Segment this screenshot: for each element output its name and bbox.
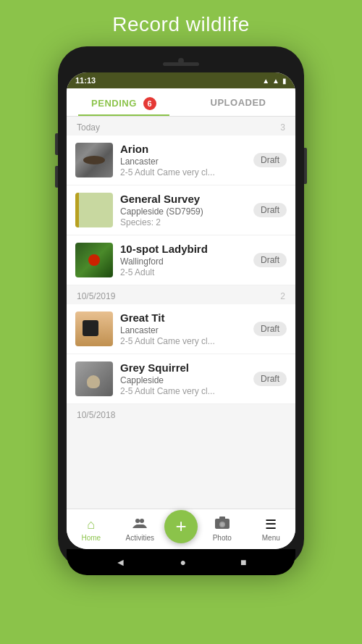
volume-down-button xyxy=(55,166,58,188)
phone-top-notch xyxy=(67,55,295,72)
tab-bar: PENDING 6 UPLOADED xyxy=(67,88,295,117)
home-button[interactable]: ● xyxy=(180,556,185,568)
item-details: 2-5 Adult Came very cl... xyxy=(120,336,248,346)
wifi-icon: ▲ xyxy=(262,77,269,85)
item-info-squirrel: Grey Squirrel Cappleside 2-5 Adult Came … xyxy=(120,361,248,396)
item-badge: Draft xyxy=(253,322,287,336)
home-icon: ⌂ xyxy=(87,517,95,532)
item-info-survey: General Survey Cappleside (SD7959) Speci… xyxy=(120,193,248,227)
section-date-2019: 10/5/2019 xyxy=(77,291,115,301)
section-count-today: 3 xyxy=(280,122,285,133)
activities-icon xyxy=(132,517,147,532)
phone-device: 11:13 ▲ ▲ ▮ PENDING 6 UPLOADED Today 3 xyxy=(58,46,304,568)
item-badge: Draft xyxy=(253,203,287,217)
item-location: Cappleside xyxy=(120,375,248,385)
list-item[interactable]: General Survey Cappleside (SD7959) Speci… xyxy=(67,185,295,235)
item-info-ladybird: 10-spot Ladybird Wallingford 2-5 Adult xyxy=(120,243,248,277)
tab-uploaded[interactable]: UPLOADED xyxy=(181,88,295,116)
svg-point-4 xyxy=(220,523,224,527)
item-thumbnail-arion xyxy=(75,143,113,177)
item-thumbnail-greattit xyxy=(75,311,113,346)
item-info-arion: Arion Lancaster 2-5 Adult Came very cl..… xyxy=(120,143,248,177)
tab-pending-label: PENDING xyxy=(91,98,137,109)
item-thumbnail-survey xyxy=(75,193,113,227)
volume-up-button xyxy=(55,133,58,155)
item-name: Grey Squirrel xyxy=(120,361,248,374)
photo-icon xyxy=(215,517,230,532)
nav-activities[interactable]: Activities xyxy=(116,514,165,545)
list-item[interactable]: Arion Lancaster 2-5 Adult Came very cl..… xyxy=(67,135,295,185)
add-button[interactable]: + xyxy=(164,510,198,543)
item-name: General Survey xyxy=(120,193,248,205)
menu-icon: ☰ xyxy=(265,517,277,532)
page-header: Record wildlife xyxy=(112,0,250,46)
content-list: Today 3 Arion Lancaster 2-5 Adult Came v… xyxy=(67,117,295,509)
back-button[interactable]: ◄ xyxy=(116,556,126,568)
item-name: Great Tit xyxy=(120,311,248,324)
item-badge: Draft xyxy=(253,253,287,267)
section-date-2018: 10/5/2018 xyxy=(77,410,115,420)
status-icons: ▲ ▲ ▮ xyxy=(262,77,287,85)
section-count-2019: 2 xyxy=(280,291,285,301)
bottom-nav: ⌂ Home Activities + xyxy=(67,509,295,549)
nav-menu[interactable]: ☰ Menu xyxy=(247,514,296,545)
tab-pending[interactable]: PENDING 6 xyxy=(67,88,181,116)
recent-button[interactable]: ■ xyxy=(240,556,246,568)
status-time: 11:13 xyxy=(75,76,96,85)
item-location: Wallingford xyxy=(120,256,248,267)
power-button xyxy=(304,148,307,184)
item-name: Arion xyxy=(120,143,248,155)
app-title: Record wildlife xyxy=(112,0,250,46)
nav-activities-label: Activities xyxy=(126,534,154,542)
item-details: Species: 2 xyxy=(120,217,248,227)
nav-menu-label: Menu xyxy=(262,534,280,542)
tab-uploaded-label: UPLOADED xyxy=(211,97,266,108)
phone-screen: 11:13 ▲ ▲ ▮ PENDING 6 UPLOADED Today 3 xyxy=(67,72,295,549)
item-info-greattit: Great Tit Lancaster 2-5 Adult Came very … xyxy=(120,311,248,346)
item-badge: Draft xyxy=(253,372,287,386)
nav-home[interactable]: ⌂ Home xyxy=(67,514,116,545)
list-item[interactable]: 10-spot Ladybird Wallingford 2-5 Adult D… xyxy=(67,235,295,285)
svg-rect-5 xyxy=(219,517,225,519)
item-details: 2-5 Adult Came very cl... xyxy=(120,386,248,396)
nav-photo-label: Photo xyxy=(213,534,232,542)
item-location: Lancaster xyxy=(120,156,248,167)
section-header-2018: 10/5/2018 xyxy=(67,404,295,423)
android-nav-bar: ◄ ● ■ xyxy=(67,549,295,575)
list-item[interactable]: Great Tit Lancaster 2-5 Adult Came very … xyxy=(67,304,295,354)
list-item[interactable]: Grey Squirrel Cappleside 2-5 Adult Came … xyxy=(67,354,295,404)
signal-icon: ▲ xyxy=(272,77,279,85)
item-location: Lancaster xyxy=(120,325,248,335)
svg-point-0 xyxy=(135,519,140,523)
speaker-icon xyxy=(163,62,199,66)
item-details: 2-5 Adult xyxy=(120,267,248,277)
add-icon: + xyxy=(175,515,186,538)
item-details: 2-5 Adult Came very cl... xyxy=(120,167,248,177)
item-name: 10-spot Ladybird xyxy=(120,243,248,255)
section-header-today: Today 3 xyxy=(67,117,295,135)
item-location: Cappleside (SD7959) xyxy=(120,206,248,217)
item-thumbnail-squirrel xyxy=(75,361,113,396)
status-bar: 11:13 ▲ ▲ ▮ xyxy=(67,72,295,88)
pending-badge: 6 xyxy=(143,97,156,110)
item-thumbnail-ladybird xyxy=(75,243,113,277)
item-badge: Draft xyxy=(253,153,287,167)
nav-photo[interactable]: Photo xyxy=(198,514,247,545)
battery-icon: ▮ xyxy=(282,77,287,85)
section-header-2019: 10/5/2019 2 xyxy=(67,285,295,304)
nav-home-label: Home xyxy=(81,534,101,542)
section-date-today: Today xyxy=(77,122,100,133)
svg-point-1 xyxy=(140,519,144,523)
